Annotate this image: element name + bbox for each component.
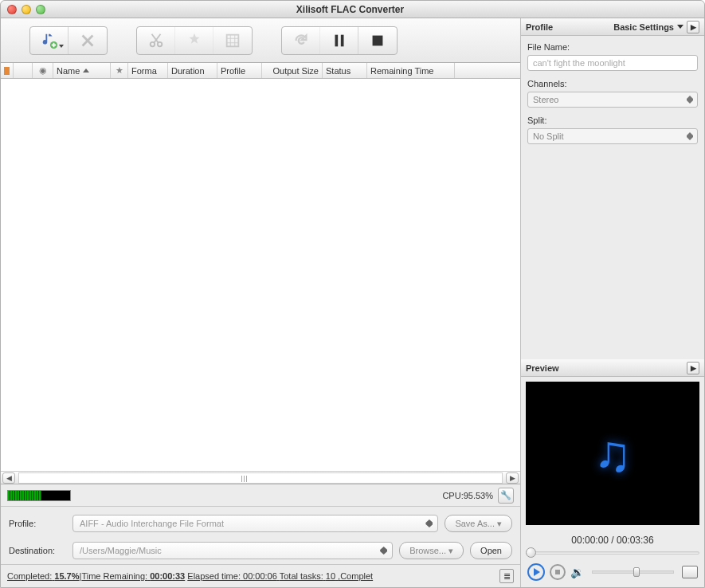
preview-stop-button[interactable] bbox=[550, 564, 566, 580]
close-icon[interactable] bbox=[7, 5, 17, 14]
col-remaining[interactable]: Remaining Time bbox=[367, 63, 455, 78]
scroll-right-icon[interactable]: ▶ bbox=[506, 472, 519, 484]
svg-rect-6 bbox=[373, 35, 383, 45]
preview-time: 00:00:00 / 00:03:36 bbox=[521, 530, 704, 547]
zoom-icon[interactable] bbox=[36, 5, 45, 14]
preview-area: ♫ bbox=[526, 382, 699, 525]
split-label: Split: bbox=[527, 116, 698, 125]
col-duration[interactable]: Duration bbox=[168, 63, 217, 78]
seek-thumb[interactable] bbox=[526, 547, 536, 558]
basic-settings-tab[interactable]: Basic Settings bbox=[613, 22, 674, 32]
dropdown-arrow-icon bbox=[59, 45, 64, 48]
svg-rect-4 bbox=[335, 34, 338, 46]
expand-preview-button[interactable]: ▶ bbox=[687, 362, 699, 374]
remove-button bbox=[69, 27, 107, 54]
crop-button bbox=[213, 27, 252, 54]
svg-rect-5 bbox=[340, 34, 343, 46]
open-button[interactable]: Open bbox=[470, 542, 512, 559]
filename-field[interactable]: can't fight the moonlight bbox=[527, 55, 698, 71]
cpu-label: CPU: bbox=[442, 491, 463, 500]
file-table: ◉ Name ★ Forma Duration Profile Output S… bbox=[1, 63, 520, 484]
play-icon bbox=[534, 568, 540, 576]
col-format[interactable]: Forma bbox=[128, 63, 168, 78]
cpu-bar: CPU:95.53% 🔧 bbox=[1, 484, 520, 507]
dropdown-arrow-icon bbox=[677, 25, 683, 29]
destination-select[interactable]: /Users/Maggie/Music bbox=[72, 542, 393, 559]
profile-select[interactable]: AIFF - Audio Interchange File Format bbox=[72, 515, 438, 532]
pause-button[interactable] bbox=[320, 27, 358, 54]
volume-slider[interactable] bbox=[592, 570, 674, 574]
stop-button[interactable] bbox=[358, 27, 397, 54]
cpu-value: 95.53% bbox=[464, 491, 493, 500]
scroll-left-icon[interactable]: ◀ bbox=[2, 472, 15, 484]
col-type[interactable]: ◉ bbox=[33, 63, 53, 78]
wrench-icon: 🔧 bbox=[500, 490, 511, 500]
titlebar: Xilisoft FLAC Converter bbox=[1, 1, 704, 18]
split-select[interactable]: No Split bbox=[527, 128, 698, 144]
main-toolbar bbox=[1, 18, 520, 63]
profile-label: Profile: bbox=[9, 519, 66, 528]
sort-asc-icon bbox=[83, 69, 89, 73]
refresh-button bbox=[282, 27, 320, 54]
channels-select[interactable]: Stereo bbox=[527, 92, 698, 108]
col-name[interactable]: Name bbox=[53, 63, 111, 78]
stop-icon bbox=[4, 67, 10, 75]
preview-header: Preview ▶ bbox=[521, 359, 704, 377]
col-output[interactable]: Output Size bbox=[262, 63, 323, 78]
col-stop[interactable] bbox=[1, 63, 14, 78]
cut-button bbox=[137, 27, 175, 54]
log-button[interactable]: ≣ bbox=[499, 569, 514, 583]
profile-panel-header: Profile Basic Settings ▶ bbox=[521, 18, 704, 36]
status-bar: Completed: 15.7% | Time Remaining: 00:00… bbox=[1, 565, 520, 587]
col-status[interactable]: Status bbox=[323, 63, 367, 78]
browse-button[interactable]: Browse... ▾ bbox=[399, 542, 464, 559]
col-star[interactable]: ★ bbox=[111, 63, 128, 78]
effects-button bbox=[175, 27, 213, 54]
save-as-button[interactable]: Save As... ▾ bbox=[445, 515, 512, 532]
volume-icon: 🔉 bbox=[570, 566, 584, 578]
minimize-icon[interactable] bbox=[22, 5, 31, 14]
filename-label: File Name: bbox=[527, 42, 698, 52]
expand-panel-button[interactable]: ▶ bbox=[687, 21, 699, 33]
table-header: ◉ Name ★ Forma Duration Profile Output S… bbox=[1, 63, 520, 79]
col-profile[interactable]: Profile bbox=[217, 63, 262, 78]
channels-label: Channels: bbox=[527, 79, 698, 88]
window-title: Xilisoft FLAC Converter bbox=[45, 4, 655, 15]
svg-rect-3 bbox=[227, 34, 239, 46]
horizontal-scrollbar[interactable]: ◀ ▶ bbox=[1, 471, 520, 484]
seek-slider[interactable] bbox=[526, 547, 699, 559]
play-button[interactable] bbox=[527, 563, 545, 581]
add-files-button[interactable] bbox=[30, 27, 69, 54]
list-icon: ≣ bbox=[503, 571, 511, 582]
destination-label: Destination: bbox=[9, 546, 66, 555]
snapshot-button[interactable] bbox=[682, 566, 698, 578]
settings-button[interactable]: 🔧 bbox=[498, 488, 514, 504]
cpu-meter bbox=[7, 490, 71, 501]
music-note-icon: ♫ bbox=[593, 424, 632, 483]
col-check[interactable] bbox=[14, 63, 33, 78]
